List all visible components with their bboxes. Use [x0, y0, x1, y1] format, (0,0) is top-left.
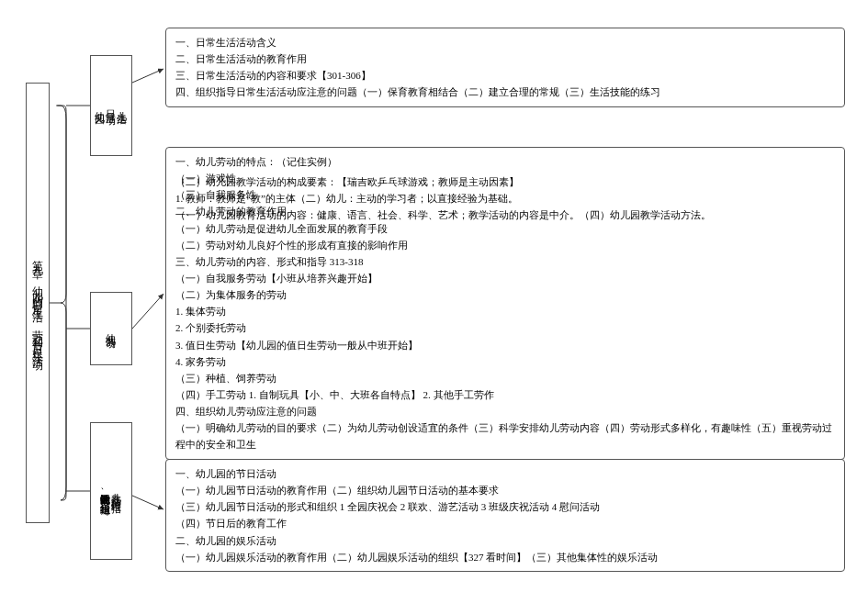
content-box-holidays: 一、幼儿园的节日活动 （一）幼儿园节日活动的教育作用（二）组织幼儿园节日活动的基… [165, 459, 845, 572]
box2-l8: （一）自我服务劳动【小班从培养兴趣开始】 [175, 270, 835, 286]
box3-l2: （一）幼儿园节日活动的教育作用（二）组织幼儿园节日活动的基本要求 [175, 482, 835, 498]
box3-l6: （一）幼儿园娱乐活动的教育作用（二）幼儿园娱乐活动的组织【327 看时间】（三）… [175, 549, 835, 565]
box1-l3: 三、日常生活活动的内容和要求【301-306】 [175, 67, 835, 84]
box2-l15: （四）手工劳动 1. 自制玩具【小、中、大班各自特点】 2. 其他手工劳作 [175, 386, 835, 403]
box2-l10: 1. 集体劳动 [175, 303, 835, 319]
box2-l17: （一）明确幼儿劳动的目的要求（二）为幼儿劳动创设适宜的条件（三）科学安排幼儿劳动… [175, 419, 835, 452]
box2-l6: （二）劳动对幼儿良好个性的形成有直接的影响作用 [175, 237, 835, 253]
l2-node-teaching: 儿教活的计组指 幼儿园教学活动的设计、组织与指导 [90, 422, 132, 560]
box2-l7: 三、幼儿劳动的内容、形式和指导 313-318 [175, 253, 835, 270]
l2-b-col1: 幼儿劳动 [106, 325, 117, 332]
l2-c-col1: 幼儿园教学活动的设计、组织与指导 [100, 486, 111, 497]
svg-line-2 [132, 496, 163, 509]
box3-l3: （三）幼儿园节日活动的形式和组织 1 全园庆祝会 2 联欢、游艺活动 3 班级庆… [175, 498, 835, 515]
svg-line-0 [132, 69, 163, 83]
l2-node-daily-life: 儿生活 日常活动 幼儿园 [90, 55, 132, 156]
box3-l1: 一、幼儿园的节日活动 [175, 465, 835, 482]
box1-l4: 四、组织指导日常生活活动应注意的问题（一）保育教育相结合（二）建立合理的常规（三… [175, 84, 835, 100]
box2-l11: 2. 个别委托劳动 [175, 319, 835, 336]
l2-a-col3: 儿生活 [117, 103, 128, 108]
l2-c-col2: 儿教活的计组指 [111, 485, 122, 497]
content-box-daily-life: 一、日常生活活动含义 二、日常生活活动的教育作用 三、日常生活活动的内容和要求【… [165, 28, 845, 107]
l2-a-col1: 幼儿园 [95, 103, 106, 108]
root-label: 第九章 幼儿园的日常生活、劳动和节日娱乐活动 [32, 251, 43, 354]
box1-l1: 一、日常生活活动含义 [175, 34, 835, 50]
box1-l2: 二、日常生活活动的教育作用 [175, 50, 835, 67]
box2-l4wrap: 二、幼儿劳动的教育作用 （一）幼儿园教育活动的内容：健康、语言、社会、科学、艺术… [175, 203, 835, 219]
box2-l12: 3. 值日生劳动【幼儿园的值日生劳动一般从中班开始】 [175, 337, 835, 353]
svg-line-1 [132, 294, 163, 329]
box2-l16: 四、组织幼儿劳动应注意的问题 [175, 403, 835, 419]
box2-l9: （二）为集体服务的劳动 [175, 286, 835, 303]
content-box-labor: 一、幼儿劳动的特点：（记住实例） （一）游戏性 （二）幼儿园教学活动的构成要素：… [165, 147, 845, 460]
box3-l4: （四）节日后的教育工作 [175, 515, 835, 531]
box2-l3wrap: （三）自我服务性 1. 教师：教师是“教”的主体（二）幼儿：主动的学习者；以直接… [175, 186, 835, 203]
l2-node-labor: 幼儿劳动 [90, 292, 132, 365]
box2-l1: 一、幼儿劳动的特点：（记住实例） [175, 153, 835, 170]
box2-l14: （三）种植、饲养劳动 [175, 370, 835, 386]
l2-a-col2: 日常活动 [106, 102, 117, 109]
box3-l5: 二、幼儿园的娱乐活动 [175, 532, 835, 549]
box2-l2wrap: （一）游戏性 （二）幼儿园教学活动的构成要素：【瑞吉欧乒乓球游戏；教师是主动因素… [175, 170, 835, 186]
box2-l13: 4. 家务劳动 [175, 353, 835, 370]
box2-l4b: （一）幼儿园教育活动的内容：健康、语言、社会、科学、艺术；教学活动的内容是中介。… [175, 207, 711, 223]
root-node: 第九章 幼儿园的日常生活、劳动和节日娱乐活动 [26, 83, 50, 523]
